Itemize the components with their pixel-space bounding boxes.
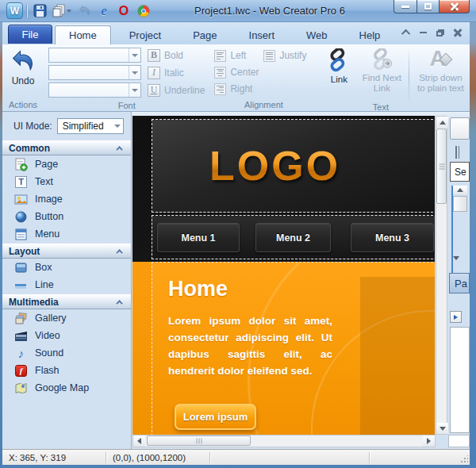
link-button[interactable]: Link [321, 47, 357, 86]
scroll-left-button[interactable] [133, 435, 145, 447]
tab-web[interactable]: Web [293, 25, 341, 44]
sound-icon: ♪ [14, 347, 28, 360]
canvas-hscrollbar[interactable] [132, 435, 436, 447]
maximize-button[interactable] [417, 0, 440, 13]
italic-button[interactable]: I Italic [148, 65, 205, 80]
opera-letter: O [119, 4, 129, 18]
align-left-icon [214, 50, 226, 62]
right-panel-tab-pages[interactable]: Pa [449, 273, 470, 293]
align-left-button[interactable]: Left [214, 48, 263, 63]
tab-project[interactable]: Project [116, 25, 175, 44]
tab-insert[interactable]: Insert [236, 25, 289, 44]
sidebar-item-image[interactable]: Image [2, 190, 131, 208]
section-header-layout[interactable]: Layout [2, 244, 131, 259]
expand-panel-button[interactable] [450, 311, 462, 323]
sidebar-item-label: Box [35, 262, 52, 273]
tab-home[interactable]: Home [55, 25, 111, 44]
page-icon [14, 158, 28, 171]
find-next-link-label: Find Next Link [359, 73, 404, 94]
ui-mode-value: Simplified [63, 121, 104, 132]
scroll-up-button[interactable] [436, 117, 448, 128]
tab-page[interactable]: Page [179, 25, 230, 44]
section-header-common[interactable]: Common [2, 140, 131, 155]
right-panel-tab-settings[interactable]: Se [450, 162, 470, 182]
menu-block[interactable]: Menu 1 Menu 2 Menu 3 [152, 215, 435, 259]
scroll-down-button[interactable] [436, 423, 448, 434]
mdi-close-icon[interactable] [454, 29, 462, 36]
page-body-text: Lorem ipsum dolor sit amet, consectetur … [168, 313, 332, 380]
menu-item-3[interactable]: Menu 3 [351, 223, 434, 252]
section-header-multimedia[interactable]: Multimedia [2, 294, 131, 309]
canvas-vscrollbar[interactable] [436, 116, 447, 435]
mdi-minimize-icon[interactable] [420, 32, 427, 33]
sidebar-item-text[interactable]: T Text [2, 173, 131, 190]
tools-sidebar: UI Mode: Simplified Common Page T Text [2, 112, 132, 449]
collapse-ribbon-icon[interactable] [401, 29, 410, 38]
strip-text-icon: A [427, 48, 454, 72]
sidebar-item-gallery[interactable]: Gallery [2, 309, 131, 327]
group-label-font: Font [45, 101, 208, 111]
design-canvas[interactable]: LOGO Menu 1 Menu 2 Menu 3 Home Lorem ips… [132, 116, 435, 435]
bold-button[interactable]: B Bold [148, 48, 205, 63]
ribbon-tab-row: File Home Project Page Insert Web Help [2, 22, 470, 44]
find-next-link-button[interactable]: Find Next Link [357, 47, 406, 95]
content-block[interactable]: Home Lorem ipsum dolor sit amet, consect… [152, 262, 435, 435]
lorem-ipsum-button[interactable]: Lorem ipsum [175, 404, 256, 430]
font-size-select[interactable] [48, 82, 141, 98]
close-button[interactable] [440, 0, 470, 13]
right-scroll-thumb[interactable] [453, 196, 467, 212]
save-icon[interactable] [32, 2, 48, 19]
right-panel: Se Pa [448, 116, 470, 447]
opera-preview-icon[interactable]: O [116, 2, 132, 19]
sidebar-item-flash[interactable]: f Flash [2, 362, 131, 379]
triangle-right-icon [427, 438, 431, 444]
app-icon[interactable]: W [6, 2, 23, 19]
right-panel-list[interactable] [450, 327, 470, 433]
splitter-handle-icon[interactable] [455, 146, 462, 159]
resize-grip-icon[interactable] [460, 455, 468, 463]
hscroll-thumb[interactable] [147, 435, 251, 446]
font-style-select[interactable] [48, 65, 141, 80]
ie-letter: e [101, 3, 107, 19]
copy-pages-icon[interactable] [52, 2, 72, 19]
font-family-select[interactable] [48, 48, 141, 63]
mdi-restore-icon[interactable] [436, 29, 444, 36]
undo-arrow-icon [78, 4, 91, 17]
sidebar-item-line[interactable]: Line [2, 276, 131, 293]
underline-icon: U [148, 84, 160, 97]
sidebar-item-label: Image [35, 194, 63, 205]
sidebar-item-video[interactable]: Video [2, 327, 131, 344]
button-icon [14, 210, 28, 224]
menu-item-2[interactable]: Menu 2 [255, 223, 331, 252]
vscroll-thumb[interactable] [436, 129, 447, 204]
chrome-preview-icon[interactable] [136, 2, 152, 19]
underline-button[interactable]: U Underline [148, 82, 205, 98]
sidebar-item-box[interactable]: Box [2, 259, 131, 276]
right-panel-button[interactable] [450, 117, 470, 140]
tab-help[interactable]: Help [346, 25, 394, 44]
sidebar-item-sound[interactable]: ♪ Sound [2, 344, 131, 362]
sidebar-item-menu[interactable]: Menu [2, 225, 131, 243]
file-menu-button[interactable]: File [8, 25, 52, 44]
undo-icon[interactable] [76, 2, 92, 19]
line-icon [14, 278, 28, 292]
ie-preview-icon[interactable]: e [96, 2, 112, 19]
ui-mode-select[interactable]: Simplified [57, 118, 124, 134]
sidebar-item-label: Page [35, 159, 58, 170]
align-right-button[interactable]: Right [214, 81, 263, 97]
align-center-button[interactable]: Center [214, 64, 263, 80]
scroll-right-button[interactable] [423, 435, 435, 447]
sidebar-item-button[interactable]: Button [2, 208, 131, 225]
scroll-up-button[interactable] [453, 186, 467, 194]
align-justify-button[interactable]: Justify [263, 48, 313, 63]
chevron-down-icon [132, 54, 138, 57]
menu-item-1[interactable]: Menu 1 [157, 223, 240, 252]
sidebar-item-page[interactable]: Page [2, 155, 131, 173]
strip-to-plain-text-button[interactable]: A Strip down to plain text [412, 47, 469, 95]
link-label: Link [331, 75, 347, 85]
section-title: Multimedia [9, 297, 59, 308]
minimize-button[interactable] [393, 0, 417, 13]
logo-block[interactable]: LOGO [152, 119, 435, 213]
sidebar-item-google-map[interactable]: Google Map [2, 379, 131, 397]
undo-button[interactable]: Undo [4, 47, 42, 88]
